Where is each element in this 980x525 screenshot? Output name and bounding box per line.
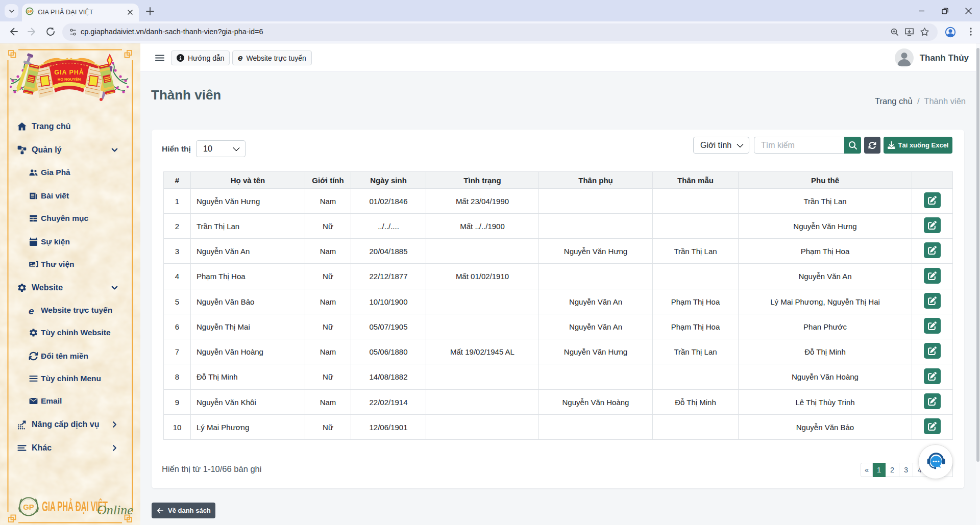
svg-text:GP: GP [27, 9, 33, 14]
svg-text:GP: GP [23, 503, 34, 511]
svg-text:GIA PHẢ: GIA PHẢ [54, 68, 84, 76]
svg-text:HỌ NGUYỄN: HỌ NGUYỄN [58, 77, 81, 82]
